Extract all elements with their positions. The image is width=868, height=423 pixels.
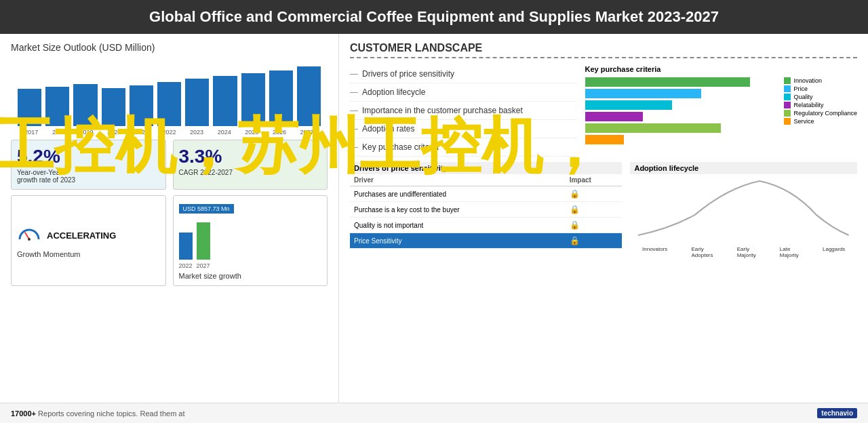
page-header: Global Office and Commercial Coffee Equi… bbox=[0, 0, 868, 34]
criteria-bars bbox=[585, 77, 779, 146]
bar-2026 bbox=[269, 70, 293, 126]
bar-2018 bbox=[45, 87, 69, 126]
lifecycle-title: Adoption lifecycle bbox=[630, 162, 857, 174]
svg-point-0 bbox=[28, 238, 31, 241]
bar-2027 bbox=[297, 66, 321, 126]
speedometer-icon bbox=[17, 223, 41, 247]
topic-key-purchase: Key purchase criteria bbox=[350, 138, 577, 157]
topics-column: Drivers of price sensitivity Adoption li… bbox=[350, 65, 577, 157]
cagr-stat-box: 3.3% CAGR 2022-2027 bbox=[173, 140, 328, 190]
right-panel: CUSTOMER LANDSCAPE Drivers of price sens… bbox=[339, 34, 868, 419]
header-title: Global Office and Commercial Coffee Equi… bbox=[149, 8, 719, 25]
driver-row-1: Purchases are undifferentiated 🔒 bbox=[350, 186, 622, 202]
customer-landscape-title: CUSTOMER LANDSCAPE bbox=[350, 42, 857, 58]
cagr-value: 3.3% bbox=[179, 146, 322, 167]
mini-bar-label-2022: 2022 bbox=[179, 262, 193, 269]
topic-purchase-basket: Importance in the customer purchase bask… bbox=[350, 102, 577, 120]
drivers-section: Drivers of price sensitivity Driver Impa… bbox=[350, 162, 622, 258]
topic-price-sensitivity: Drivers of price sensitivity bbox=[350, 65, 577, 83]
driver-2-text: Purchase is a key cost to the buyer bbox=[350, 202, 566, 218]
market-growth-box: USD 5857.73 Mn 2022 2027 Market size gro… bbox=[173, 195, 328, 286]
driver-row-2: Purchase is a key cost to the buyer 🔒 bbox=[350, 202, 622, 218]
driver-1-lock: 🔒 bbox=[566, 186, 623, 202]
bar-2019 bbox=[73, 84, 97, 126]
accelerating-box: ACCELERATING Growth Momentum bbox=[11, 195, 166, 286]
accelerating-title: ACCELERATING bbox=[47, 230, 116, 241]
price-sensitivity-text: Price Sensitivity bbox=[350, 233, 566, 249]
bar-2017 bbox=[18, 89, 41, 126]
mini-bar-2022 bbox=[179, 233, 193, 260]
bar-2020 bbox=[102, 88, 125, 126]
lifecycle-labels: Innovators EarlyAdopters EarlyMajority L… bbox=[630, 246, 857, 258]
legend-regulatory: Regulatory Compliance bbox=[784, 110, 857, 117]
criteria-chart-container: Innovation Price Quality Relatabili bbox=[585, 77, 857, 146]
technavio-brand: technavio bbox=[817, 408, 857, 418]
criteria-section: Key purchase criteria bbox=[585, 65, 857, 157]
bar-2024 bbox=[213, 76, 237, 126]
drivers-title: Drivers of price sensitivity bbox=[350, 162, 622, 174]
cagr-label: CAGR 2022-2027 bbox=[179, 169, 322, 176]
chart-year-labels: 20172018201920202021 2022202320242025202… bbox=[11, 129, 328, 136]
driver-row-3: Quality is not important 🔒 bbox=[350, 218, 622, 233]
bottom-section: Drivers of price sensitivity Driver Impa… bbox=[350, 162, 857, 258]
adoption-lifecycle-section: Adoption lifecycle Innovators EarlyAdopt… bbox=[630, 162, 857, 258]
driver-2-lock: 🔒 bbox=[566, 202, 623, 218]
driver-3-text: Quality is not important bbox=[350, 218, 566, 233]
technavio-logo: technavio bbox=[817, 408, 857, 418]
legend-innovation: Innovation bbox=[784, 77, 857, 84]
legend-price: Price bbox=[784, 85, 857, 92]
mini-bar-label-2027: 2027 bbox=[197, 262, 210, 269]
accelerating-subtitle: Growth Momentum bbox=[17, 250, 160, 258]
yoy-value: 5.2% bbox=[17, 146, 160, 167]
market-growth-label: Market size growth bbox=[179, 272, 322, 280]
market-growth-badge: USD 5857.73 Mn bbox=[179, 204, 234, 214]
stats-row: 5.2% Year-over-Yeargrowth rate of 2023 3… bbox=[11, 140, 328, 190]
mini-bar-labels: 2022 2027 bbox=[179, 262, 322, 269]
stage-early-majority: EarlyMajority bbox=[737, 246, 756, 258]
stage-early-adopters: EarlyAdopters bbox=[692, 246, 713, 258]
criteria-title: Key purchase criteria bbox=[585, 65, 857, 73]
criteria-legend: Innovation Price Quality Relatabili bbox=[784, 77, 857, 125]
left-panel: Market Size Outlook (USD Million) 201720… bbox=[0, 34, 339, 419]
bar-2023 bbox=[185, 79, 209, 126]
legend-relatability: Relatability bbox=[784, 102, 857, 108]
mini-bar-2027 bbox=[197, 222, 210, 260]
reports-text: Reports covering niche topics. Read them… bbox=[36, 409, 187, 418]
driver-col-header: Driver bbox=[350, 174, 566, 186]
reports-count: 17000+ bbox=[11, 409, 36, 418]
price-sensitivity-lock: 🔒 bbox=[566, 233, 623, 249]
bar-2022 bbox=[157, 82, 181, 126]
impact-col-header: Impact bbox=[566, 174, 623, 186]
driver-1-text: Purchases are undifferentiated bbox=[350, 186, 566, 202]
topic-adoption-rates: Adoption rates bbox=[350, 120, 577, 138]
yoy-stat-box: 5.2% Year-over-Yeargrowth rate of 2023 bbox=[11, 140, 166, 190]
driver-row-price-sensitivity[interactable]: Price Sensitivity 🔒 bbox=[350, 233, 622, 249]
market-size-bar-chart bbox=[11, 58, 328, 126]
stage-laggards: Laggards bbox=[823, 246, 845, 258]
chart-title: Market Size Outlook (USD Million) bbox=[11, 42, 328, 53]
bar-2025 bbox=[241, 73, 265, 126]
drivers-table: Driver Impact Purchases are undifferenti… bbox=[350, 174, 622, 249]
stage-innovators: Innovators bbox=[642, 246, 667, 258]
bar-2021 bbox=[130, 85, 153, 126]
driver-3-lock: 🔒 bbox=[566, 218, 623, 233]
legend-service: Service bbox=[784, 118, 857, 125]
topic-adoption-lifecycle: Adoption lifecycle bbox=[350, 83, 577, 102]
stage-late-majority: LateMajority bbox=[780, 246, 799, 258]
yoy-label: Year-over-Yeargrowth rate of 2023 bbox=[17, 169, 160, 184]
topic-list: Drivers of price sensitivity Adoption li… bbox=[350, 65, 577, 157]
lifecycle-svg bbox=[630, 174, 857, 242]
footer-bar: 17000+ Reports covering niche topics. Re… bbox=[0, 403, 868, 423]
mini-bar-chart bbox=[179, 219, 322, 260]
legend-quality: Quality bbox=[784, 94, 857, 100]
bottom-row: ACCELERATING Growth Momentum USD 5857.73… bbox=[11, 195, 328, 286]
